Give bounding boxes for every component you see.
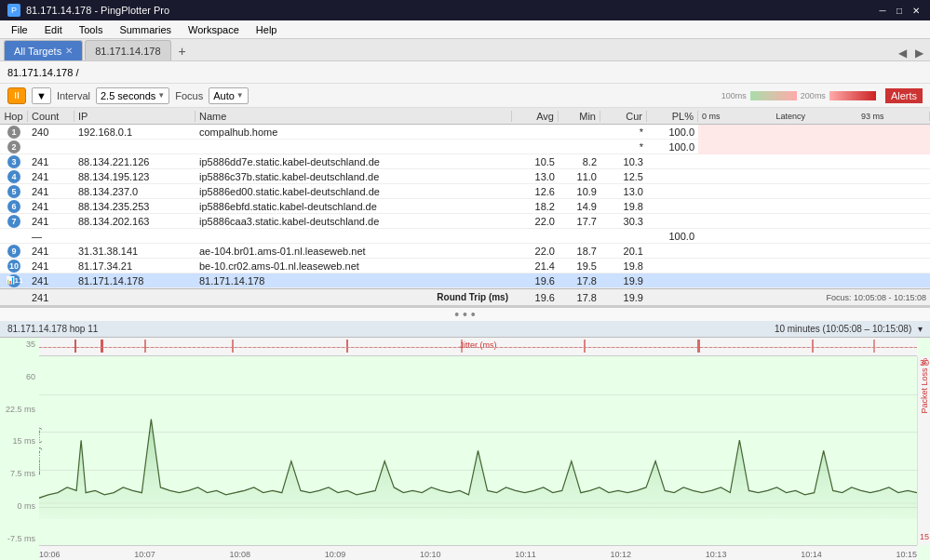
table-row[interactable]: 10 241 81.17.34.21 be-10.cr02.ams-01.nl.… bbox=[0, 259, 930, 273]
menu-summaries[interactable]: Summaries bbox=[112, 22, 179, 37]
table-row[interactable]: 1 240 192.168.0.1 compalhub.home * 100.0 bbox=[0, 125, 930, 140]
hop-cell-1: 1 bbox=[0, 126, 28, 139]
interval-value: 2.5 seconds bbox=[101, 90, 155, 101]
nav-left-arrow[interactable]: ◀ bbox=[895, 46, 910, 60]
menu-tools[interactable]: Tools bbox=[72, 22, 111, 37]
y-label-7: 7.5 ms bbox=[0, 469, 39, 478]
y-label-neg: -7.5 ms bbox=[0, 534, 39, 543]
jitter-line bbox=[39, 347, 917, 348]
col-cur: Cur bbox=[600, 111, 647, 122]
count-cell-3: 241 bbox=[28, 156, 74, 167]
col-name: Name bbox=[195, 111, 512, 122]
separator: • • • bbox=[0, 306, 930, 321]
name-cell-3: ip5886dd7e.static.kabel-deutschland.de bbox=[195, 156, 512, 167]
table-row[interactable]: 3 241 88.134.221.126 ip5886dd7e.static.k… bbox=[0, 154, 930, 169]
maximize-button[interactable]: □ bbox=[893, 4, 906, 17]
menu-help[interactable]: Help bbox=[249, 22, 285, 37]
cur-cell-2: * bbox=[600, 141, 647, 153]
menu-edit[interactable]: Edit bbox=[37, 22, 70, 37]
count-cell-7: 241 bbox=[28, 216, 74, 227]
close-button[interactable]: ✕ bbox=[910, 4, 923, 17]
interval-label: Interval bbox=[57, 90, 90, 101]
latency-100-label: 100ms bbox=[721, 91, 747, 100]
table-header: Hop Count IP Name Avg Min Cur PL% 0 ms L… bbox=[0, 108, 930, 125]
x-label-2: 10:08 bbox=[230, 550, 251, 559]
hop-cell-5: 5 bbox=[0, 185, 28, 198]
hop-cell-3: 3 bbox=[0, 155, 28, 168]
menu-file[interactable]: File bbox=[4, 22, 35, 37]
menu-workspace[interactable]: Workspace bbox=[181, 22, 247, 37]
tab-ip-label: 81.171.14.178 bbox=[95, 46, 160, 57]
pause-button[interactable]: ⏸ bbox=[7, 87, 26, 104]
focus-dropdown[interactable]: Auto ▼ bbox=[209, 87, 249, 104]
ip-cell-4: 88.134.195.123 bbox=[74, 171, 195, 182]
latency-200-label: 200ms bbox=[801, 91, 826, 100]
x-label-6: 10:12 bbox=[611, 550, 632, 559]
count-cell-6: 241 bbox=[28, 201, 74, 212]
interval-arrow: ▼ bbox=[157, 91, 165, 100]
rt-cur: 19.9 bbox=[600, 292, 647, 303]
nav-right-arrow[interactable]: ▶ bbox=[911, 46, 926, 60]
col-min: Min bbox=[559, 111, 600, 122]
controls-bar: ⏸ ▼ Interval 2.5 seconds ▼ Focus Auto ▼ … bbox=[0, 84, 930, 108]
hop-badge-9: 9 bbox=[7, 245, 20, 258]
min-cell-3: 8.2 bbox=[559, 156, 600, 167]
x-axis: 10:06 10:07 10:08 10:09 10:10 10:11 10:1… bbox=[39, 545, 917, 560]
table-row[interactable]: 9 241 31.31.38.141 ae-104.br01.ams-01.nl… bbox=[0, 244, 930, 259]
ip-cell-9: 31.31.38.141 bbox=[74, 246, 195, 257]
alerts-tab[interactable]: Alerts bbox=[885, 88, 923, 103]
name-cell-10: be-10.cr02.ams-01.nl.leaseweb.net bbox=[195, 260, 512, 272]
tab-ip[interactable]: 81.171.14.178 bbox=[85, 40, 170, 60]
hop-cell-7: 7 bbox=[0, 215, 28, 228]
focus-label: Focus bbox=[175, 90, 203, 101]
hop-cell-11: 📊11 bbox=[0, 274, 28, 287]
menu-bar: File Edit Tools Summaries Workspace Help bbox=[0, 20, 930, 39]
ip-cell-10: 81.17.34.21 bbox=[74, 260, 195, 272]
grid-line bbox=[39, 470, 917, 471]
table-row[interactable]: 2 * 100.0 bbox=[0, 140, 930, 154]
pause-dropdown[interactable]: ▼ bbox=[32, 87, 51, 104]
x-label-9: 10:15 bbox=[896, 550, 917, 559]
cur-cell-7: 30.3 bbox=[600, 216, 647, 227]
count-cell-8: — bbox=[28, 231, 74, 242]
target-path: 81.171.14.178 / bbox=[7, 67, 78, 78]
grid-line bbox=[39, 432, 917, 433]
expand-icon[interactable]: ▾ bbox=[918, 324, 923, 334]
table-row[interactable]: — 100.0 bbox=[0, 229, 930, 244]
cur-cell-3: 10.3 bbox=[600, 156, 647, 167]
name-cell-6: ip5886ebfd.static.kabel-deutschland.de bbox=[195, 201, 512, 212]
hop-badge-11: 📊11 bbox=[7, 274, 20, 287]
tab-all-targets[interactable]: All Targets ✕ bbox=[4, 40, 83, 60]
table-row[interactable]: 6 241 88.134.235.253 ip5886ebfd.static.k… bbox=[0, 199, 930, 214]
ip-cell-6: 88.134.235.253 bbox=[74, 201, 195, 212]
ip-cell-1: 192.168.0.1 bbox=[74, 127, 195, 138]
table-row[interactable]: 7 241 88.134.202.163 ip5886caa3.static.k… bbox=[0, 214, 930, 229]
add-tab-button[interactable]: + bbox=[173, 42, 192, 60]
ip-cell-3: 88.134.221.126 bbox=[74, 156, 195, 167]
minimize-button[interactable]: ─ bbox=[876, 4, 889, 17]
x-label-1: 10:07 bbox=[134, 550, 155, 559]
tab-all-targets-close[interactable]: ✕ bbox=[65, 46, 73, 56]
latency-gradient-2 bbox=[829, 91, 876, 100]
min-cell-9: 18.7 bbox=[559, 246, 600, 257]
table-row[interactable]: 5 241 88.134.237.0 ip5886ed00.static.kab… bbox=[0, 184, 930, 199]
focus-arrow: ▼ bbox=[236, 91, 244, 100]
table-row-selected[interactable]: 📊11 241 81.171.14.178 81.171.14.178 19.6… bbox=[0, 273, 930, 288]
interval-dropdown[interactable]: 2.5 seconds ▼ bbox=[96, 87, 169, 104]
rt-min: 17.8 bbox=[559, 292, 600, 303]
pause-dropdown-arrow: ▼ bbox=[36, 90, 47, 101]
latency-header-text: 0 ms Latency 93 ms bbox=[702, 112, 884, 121]
min-cell-7: 17.7 bbox=[559, 216, 600, 227]
cur-cell-11: 19.9 bbox=[600, 275, 647, 287]
count-cell-4: 241 bbox=[28, 171, 74, 182]
ip-cell-7: 88.134.202.163 bbox=[74, 216, 195, 227]
latency-chart-area: Latency (ms) bbox=[39, 356, 917, 545]
latency-cell-1 bbox=[698, 125, 930, 140]
hop-cell-4: 4 bbox=[0, 170, 28, 183]
table-row[interactable]: 4 241 88.134.195.123 ip5886c37b.static.k… bbox=[0, 169, 930, 184]
name-cell-1: compalhub.home bbox=[195, 127, 512, 138]
x-label-0: 10:06 bbox=[39, 550, 61, 559]
hop-badge-1: 1 bbox=[7, 126, 20, 139]
rt-avg: 19.6 bbox=[512, 292, 559, 303]
latency-axis-label: Latency (ms) bbox=[39, 426, 42, 474]
